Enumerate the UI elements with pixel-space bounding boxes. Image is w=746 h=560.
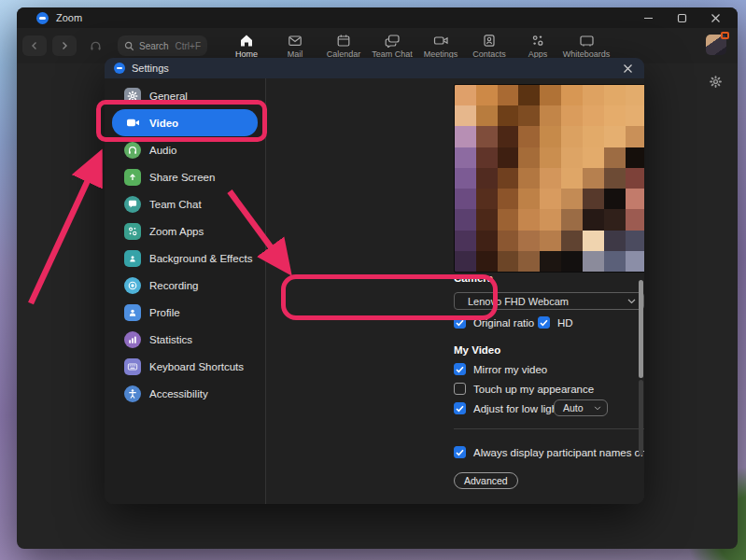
nav-tab-home[interactable]: Home — [222, 34, 271, 59]
settings-titlebar[interactable]: Settings — [105, 58, 644, 78]
share-screen-icon — [124, 169, 141, 186]
mirror-row[interactable]: Mirror my video — [454, 363, 547, 375]
status-badge — [721, 32, 729, 39]
participant-names-row[interactable]: Always display participant names on thei… — [454, 446, 644, 458]
back-button[interactable] — [22, 35, 47, 56]
hd-row[interactable]: HD — [538, 316, 573, 329]
desktop: Zoom Search Ctrl+F — [0, 0, 746, 560]
annotation-box-camera — [281, 274, 498, 320]
contact-card-icon — [482, 34, 497, 48]
nav-tabs: Home Mail Calendar Team Chat Meetings — [222, 34, 611, 59]
nav-tab-calendar[interactable]: Calendar — [319, 34, 368, 59]
sidebar-item-keyboard-shortcuts[interactable]: Keyboard Shortcuts — [112, 353, 258, 380]
camera-preview-image — [455, 85, 644, 272]
accessibility-icon — [124, 385, 141, 402]
zoom-logo-icon — [114, 63, 125, 74]
my-video-heading: My Video — [454, 344, 500, 356]
close-button[interactable] — [710, 12, 721, 23]
nav-tab-whiteboards[interactable]: Whiteboards — [562, 34, 611, 59]
maximize-button[interactable] — [676, 12, 687, 23]
chat-icon — [385, 34, 401, 48]
low-light-checkbox[interactable] — [454, 402, 466, 414]
participant-names-checkbox[interactable] — [454, 446, 466, 458]
sidebar-item-team-chat[interactable]: Team Chat — [112, 190, 258, 217]
search-icon — [124, 41, 134, 51]
search-input[interactable]: Search Ctrl+F — [118, 35, 207, 56]
section-divider — [454, 428, 644, 429]
sidebar-item-statistics[interactable]: Statistics — [112, 326, 258, 353]
user-avatar[interactable] — [706, 35, 726, 55]
chat-bubble-icon — [124, 196, 141, 213]
video-camera-icon — [433, 34, 449, 48]
search-shortcut: Ctrl+F — [176, 41, 202, 51]
settings-title: Settings — [132, 63, 169, 74]
nav-tab-team-chat[interactable]: Team Chat — [368, 34, 416, 59]
sidebar-item-accessibility[interactable]: Accessibility — [112, 380, 258, 407]
settings-sidebar: General Video Audio Share Screen — [105, 78, 266, 504]
low-light-row[interactable]: Adjust for low light — [454, 402, 560, 414]
sidebar-item-share-screen[interactable]: Share Screen — [112, 163, 258, 190]
nav-tab-mail[interactable]: Mail — [271, 34, 319, 59]
camera-preview — [454, 84, 644, 273]
scrollbar-track[interactable] — [639, 380, 643, 455]
annotation-box-video — [96, 100, 267, 142]
settings-gear-icon[interactable] — [709, 75, 723, 89]
settings-close-button[interactable] — [620, 61, 635, 76]
sidebar-item-background-effects[interactable]: Background & Effects — [112, 245, 258, 272]
nav-tab-contacts[interactable]: Contacts — [465, 34, 514, 59]
calendar-icon — [336, 34, 351, 48]
low-light-select[interactable]: Auto — [554, 399, 608, 416]
apps-dots-icon — [530, 34, 545, 48]
scrollbar-thumb[interactable] — [639, 280, 643, 378]
low-light-select-value: Auto — [563, 402, 584, 413]
mail-icon — [288, 34, 303, 48]
forward-button[interactable] — [52, 35, 77, 56]
window-titlebar[interactable]: Zoom — [17, 7, 738, 28]
headphones-icon — [124, 142, 141, 159]
chevron-down-icon — [627, 299, 636, 304]
window-title: Zoom — [56, 12, 82, 23]
keyboard-icon — [124, 358, 141, 375]
mirror-checkbox[interactable] — [454, 363, 466, 375]
sidebar-item-zoom-apps[interactable]: Zoom Apps — [112, 217, 258, 245]
sidebar-item-recording[interactable]: Recording — [112, 272, 258, 299]
hd-checkbox[interactable] — [538, 316, 550, 329]
search-placeholder: Search — [139, 41, 169, 51]
person-icon — [124, 304, 141, 321]
record-circle-icon — [124, 277, 141, 294]
touch-up-checkbox[interactable] — [454, 383, 466, 395]
nav-tab-apps[interactable]: Apps — [514, 34, 562, 59]
minimize-button[interactable] — [642, 12, 654, 23]
sidebar-item-profile[interactable]: Profile — [112, 299, 258, 326]
nav-tab-meetings[interactable]: Meetings — [416, 34, 465, 59]
touch-up-row[interactable]: Touch up my appearance — [454, 383, 594, 395]
chevron-down-icon — [594, 406, 601, 411]
bar-chart-icon — [124, 331, 141, 348]
whiteboard-icon — [579, 34, 595, 48]
headset-icon[interactable] — [84, 35, 106, 57]
zoom-logo-icon — [36, 12, 49, 24]
advanced-button[interactable]: Advanced — [454, 472, 518, 489]
person-frame-icon — [124, 250, 141, 267]
home-icon — [239, 34, 254, 48]
apps-dots-icon — [124, 223, 141, 240]
